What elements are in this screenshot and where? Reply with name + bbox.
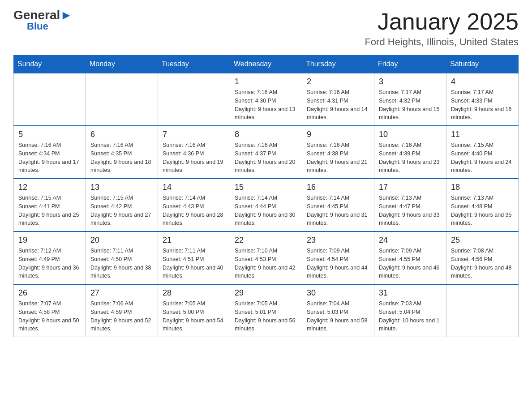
- table-row: [86, 73, 158, 126]
- col-thursday: Thursday: [302, 56, 374, 73]
- calendar-subtitle: Ford Heights, Illinois, United States: [365, 36, 519, 48]
- day-info: Sunrise: 7:16 AM Sunset: 4:35 PM Dayligh…: [90, 141, 153, 175]
- day-number: 14: [163, 183, 225, 192]
- day-info: Sunrise: 7:16 AM Sunset: 4:37 PM Dayligh…: [235, 141, 297, 175]
- day-info: Sunrise: 7:07 AM Sunset: 4:58 PM Dayligh…: [18, 300, 81, 333]
- day-info: Sunrise: 7:16 AM Sunset: 4:34 PM Dayligh…: [18, 141, 81, 175]
- day-number: 8: [235, 130, 297, 139]
- calendar-title: January 2025: [365, 9, 519, 34]
- day-info: Sunrise: 7:09 AM Sunset: 4:54 PM Dayligh…: [307, 247, 369, 280]
- table-row: 13Sunrise: 7:15 AM Sunset: 4:42 PM Dayli…: [86, 179, 158, 231]
- table-row: 11Sunrise: 7:15 AM Sunset: 4:40 PM Dayli…: [446, 126, 519, 179]
- table-row: 6Sunrise: 7:16 AM Sunset: 4:35 PM Daylig…: [86, 126, 158, 179]
- day-info: Sunrise: 7:05 AM Sunset: 5:01 PM Dayligh…: [235, 300, 297, 333]
- table-row: 8Sunrise: 7:16 AM Sunset: 4:37 PM Daylig…: [230, 126, 302, 179]
- day-info: Sunrise: 7:16 AM Sunset: 4:30 PM Dayligh…: [235, 88, 297, 122]
- page-header: General► Blue January 2025 Ford Heights,…: [13, 9, 519, 48]
- day-number: 10: [379, 130, 442, 139]
- day-info: Sunrise: 7:16 AM Sunset: 4:39 PM Dayligh…: [379, 141, 442, 175]
- day-number: 12: [18, 183, 81, 192]
- table-row: 14Sunrise: 7:14 AM Sunset: 4:43 PM Dayli…: [158, 179, 230, 231]
- logo-general-text: General►: [13, 9, 73, 21]
- day-info: Sunrise: 7:08 AM Sunset: 4:56 PM Dayligh…: [451, 247, 514, 280]
- day-info: Sunrise: 7:11 AM Sunset: 4:50 PM Dayligh…: [90, 247, 153, 280]
- day-info: Sunrise: 7:13 AM Sunset: 4:48 PM Dayligh…: [451, 194, 514, 227]
- day-info: Sunrise: 7:13 AM Sunset: 4:47 PM Dayligh…: [379, 194, 442, 227]
- calendar-header-row: Sunday Monday Tuesday Wednesday Thursday…: [14, 56, 519, 73]
- day-number: 19: [18, 235, 81, 245]
- day-info: Sunrise: 7:17 AM Sunset: 4:33 PM Dayligh…: [451, 88, 514, 122]
- day-number: 4: [451, 77, 514, 86]
- day-info: Sunrise: 7:17 AM Sunset: 4:32 PM Dayligh…: [379, 88, 442, 122]
- table-row: [446, 284, 519, 337]
- table-row: 16Sunrise: 7:14 AM Sunset: 4:45 PM Dayli…: [302, 179, 374, 231]
- table-row: 31Sunrise: 7:03 AM Sunset: 5:04 PM Dayli…: [374, 284, 446, 337]
- day-number: 2: [307, 77, 369, 86]
- day-number: 5: [18, 130, 81, 139]
- table-row: 3Sunrise: 7:17 AM Sunset: 4:32 PM Daylig…: [374, 73, 446, 126]
- day-number: 7: [163, 130, 225, 139]
- day-info: Sunrise: 7:09 AM Sunset: 4:55 PM Dayligh…: [379, 247, 442, 280]
- day-number: 24: [379, 235, 442, 245]
- day-number: 25: [451, 235, 514, 245]
- day-info: Sunrise: 7:06 AM Sunset: 4:59 PM Dayligh…: [90, 300, 153, 333]
- day-info: Sunrise: 7:14 AM Sunset: 4:45 PM Dayligh…: [307, 194, 369, 227]
- col-wednesday: Wednesday: [230, 56, 302, 73]
- table-row: 27Sunrise: 7:06 AM Sunset: 4:59 PM Dayli…: [86, 284, 158, 337]
- day-info: Sunrise: 7:03 AM Sunset: 5:04 PM Dayligh…: [379, 300, 442, 333]
- day-number: 1: [235, 77, 297, 86]
- table-row: 22Sunrise: 7:10 AM Sunset: 4:53 PM Dayli…: [230, 231, 302, 284]
- table-row: 18Sunrise: 7:13 AM Sunset: 4:48 PM Dayli…: [446, 179, 519, 231]
- day-number: 28: [163, 288, 225, 298]
- day-info: Sunrise: 7:05 AM Sunset: 5:00 PM Dayligh…: [163, 300, 225, 333]
- day-number: 20: [90, 235, 153, 245]
- table-row: 7Sunrise: 7:16 AM Sunset: 4:36 PM Daylig…: [158, 126, 230, 179]
- col-sunday: Sunday: [14, 56, 86, 73]
- day-number: 18: [451, 183, 514, 192]
- col-saturday: Saturday: [446, 56, 519, 73]
- day-info: Sunrise: 7:04 AM Sunset: 5:03 PM Dayligh…: [307, 300, 369, 333]
- calendar-table: Sunday Monday Tuesday Wednesday Thursday…: [13, 55, 519, 337]
- day-number: 9: [307, 130, 369, 139]
- table-row: 21Sunrise: 7:11 AM Sunset: 4:51 PM Dayli…: [158, 231, 230, 284]
- day-info: Sunrise: 7:14 AM Sunset: 4:44 PM Dayligh…: [235, 194, 297, 227]
- day-number: 16: [307, 183, 369, 192]
- table-row: 24Sunrise: 7:09 AM Sunset: 4:55 PM Dayli…: [374, 231, 446, 284]
- col-monday: Monday: [86, 56, 158, 73]
- table-row: 25Sunrise: 7:08 AM Sunset: 4:56 PM Dayli…: [446, 231, 519, 284]
- logo: General► Blue: [13, 9, 73, 32]
- table-row: 4Sunrise: 7:17 AM Sunset: 4:33 PM Daylig…: [446, 73, 519, 126]
- table-row: [14, 73, 86, 126]
- calendar-week-row: 19Sunrise: 7:12 AM Sunset: 4:49 PM Dayli…: [14, 231, 519, 284]
- logo-blue-text: Blue: [27, 21, 48, 32]
- day-number: 13: [90, 183, 153, 192]
- table-row: 10Sunrise: 7:16 AM Sunset: 4:39 PM Dayli…: [374, 126, 446, 179]
- day-number: 11: [451, 130, 514, 139]
- day-number: 6: [90, 130, 153, 139]
- table-row: 26Sunrise: 7:07 AM Sunset: 4:58 PM Dayli…: [14, 284, 86, 337]
- day-info: Sunrise: 7:11 AM Sunset: 4:51 PM Dayligh…: [163, 247, 225, 280]
- day-info: Sunrise: 7:10 AM Sunset: 4:53 PM Dayligh…: [235, 247, 297, 280]
- day-number: 22: [235, 235, 297, 245]
- table-row: 30Sunrise: 7:04 AM Sunset: 5:03 PM Dayli…: [302, 284, 374, 337]
- table-row: 20Sunrise: 7:11 AM Sunset: 4:50 PM Dayli…: [86, 231, 158, 284]
- table-row: 2Sunrise: 7:16 AM Sunset: 4:31 PM Daylig…: [302, 73, 374, 126]
- col-friday: Friday: [374, 56, 446, 73]
- day-number: 3: [379, 77, 442, 86]
- table-row: 9Sunrise: 7:16 AM Sunset: 4:38 PM Daylig…: [302, 126, 374, 179]
- table-row: [158, 73, 230, 126]
- table-row: 17Sunrise: 7:13 AM Sunset: 4:47 PM Dayli…: [374, 179, 446, 231]
- day-info: Sunrise: 7:16 AM Sunset: 4:36 PM Dayligh…: [163, 141, 225, 175]
- day-number: 23: [307, 235, 369, 245]
- calendar-week-row: 1Sunrise: 7:16 AM Sunset: 4:30 PM Daylig…: [14, 73, 519, 126]
- day-number: 30: [307, 288, 369, 298]
- day-info: Sunrise: 7:12 AM Sunset: 4:49 PM Dayligh…: [18, 247, 81, 280]
- table-row: 5Sunrise: 7:16 AM Sunset: 4:34 PM Daylig…: [14, 126, 86, 179]
- table-row: 15Sunrise: 7:14 AM Sunset: 4:44 PM Dayli…: [230, 179, 302, 231]
- day-number: 17: [379, 183, 442, 192]
- table-row: 19Sunrise: 7:12 AM Sunset: 4:49 PM Dayli…: [14, 231, 86, 284]
- calendar-week-row: 12Sunrise: 7:15 AM Sunset: 4:41 PM Dayli…: [14, 179, 519, 231]
- day-number: 15: [235, 183, 297, 192]
- day-number: 26: [18, 288, 81, 298]
- title-block: January 2025 Ford Heights, Illinois, Uni…: [365, 9, 519, 48]
